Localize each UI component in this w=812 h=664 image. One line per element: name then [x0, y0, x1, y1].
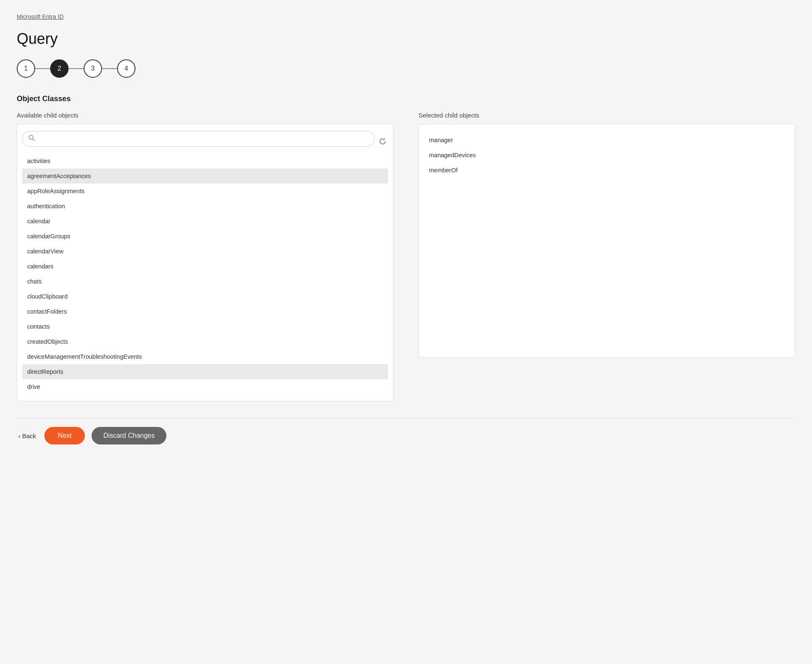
refresh-button[interactable] — [377, 136, 388, 149]
section-title: Object Classes — [17, 94, 795, 103]
available-list-item[interactable]: drive — [22, 379, 388, 394]
footer: ‹ Back Next Discard Changes — [17, 418, 795, 444]
available-list-item[interactable]: directReports — [22, 364, 388, 379]
available-list-item[interactable]: chats — [22, 274, 388, 289]
step-3: 3 — [84, 59, 102, 78]
step-connector-1 — [69, 68, 84, 69]
available-list-item[interactable]: deviceManagementTroubleshootingEvents — [22, 349, 388, 364]
step-2: 2 — [50, 59, 69, 78]
available-list-item[interactable]: authentication — [22, 199, 388, 214]
selected-list-panel: managermanagedDevicesmemberOf — [419, 124, 795, 358]
back-button[interactable]: ‹ Back — [17, 429, 38, 443]
selected-list-item: managedDevices — [429, 148, 785, 163]
discard-button[interactable]: Discard Changes — [92, 427, 166, 444]
step-connector-2 — [102, 68, 117, 69]
available-list-item[interactable]: appRoleAssignments — [22, 184, 388, 199]
svg-line-1 — [33, 139, 35, 141]
available-column-title: Available child objects — [17, 112, 393, 119]
stepper: 1234 — [17, 59, 795, 78]
available-list-item[interactable]: cloudClipboard — [22, 289, 388, 304]
available-column: Available child objects — [17, 112, 393, 401]
search-bar — [22, 131, 375, 147]
available-list-item[interactable]: agreementAcceptances — [22, 169, 388, 184]
selected-column-title: Selected child objects — [419, 112, 795, 119]
available-list-item[interactable]: contacts — [22, 319, 388, 334]
available-list-item[interactable]: activities — [22, 153, 388, 169]
selected-list-item: manager — [429, 133, 785, 148]
available-list-item[interactable]: createdObjects — [22, 334, 388, 349]
available-list-item[interactable]: calendars — [22, 259, 388, 274]
step-4: 4 — [117, 59, 135, 78]
search-input[interactable] — [38, 135, 368, 143]
step-connector-0 — [35, 68, 50, 69]
available-list-item[interactable]: contactFolders — [22, 304, 388, 319]
available-list-item[interactable]: calendar — [22, 214, 388, 229]
available-list-item[interactable]: calendarGroups — [22, 229, 388, 244]
back-chevron-icon: ‹ — [18, 432, 20, 439]
step-1: 1 — [17, 59, 35, 78]
breadcrumb[interactable]: Microsoft Entra ID — [17, 13, 795, 20]
selected-column: Selected child objects managermanagedDev… — [419, 112, 795, 401]
page-title: Query — [17, 30, 795, 48]
available-list-panel: activitiesagreementAcceptancesappRoleAss… — [17, 124, 393, 401]
available-list: activitiesagreementAcceptancesappRoleAss… — [22, 153, 388, 394]
back-label: Back — [22, 432, 36, 439]
selected-list-item: memberOf — [429, 163, 785, 178]
search-icon — [28, 135, 35, 143]
selected-list: managermanagedDevicesmemberOf — [429, 133, 785, 178]
next-button[interactable]: Next — [44, 427, 85, 444]
available-list-item[interactable]: calendarView — [22, 244, 388, 259]
